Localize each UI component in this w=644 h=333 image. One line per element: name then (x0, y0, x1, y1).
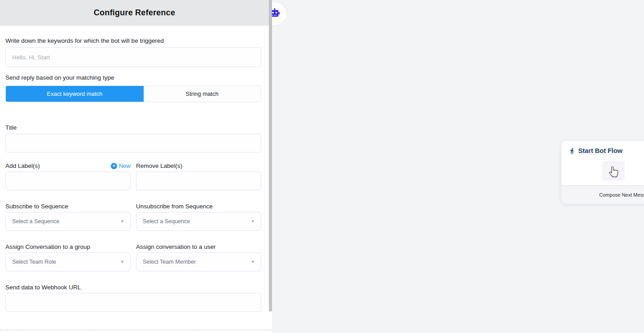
title-label: Title (5, 124, 261, 131)
unsubscribe-sequence-label: Unsubscribe from Sequence (136, 202, 261, 210)
add-labels-label: Add Label(s) (5, 162, 40, 170)
walking-person-icon (569, 148, 576, 154)
assign-user-value: Select Team Member (143, 259, 196, 265)
subscribe-sequence-select[interactable]: Select a Sequence ▼ (5, 212, 131, 231)
node-header: Start Bot Flow (562, 141, 644, 154)
remove-labels-input[interactable] (136, 171, 261, 190)
chevron-down-icon: ▼ (120, 219, 124, 224)
hand-pointer-icon (607, 163, 620, 178)
chevron-down-icon: ▼ (251, 219, 255, 224)
plus-icon: + (111, 163, 117, 169)
keywords-input[interactable] (5, 47, 261, 67)
bot-flow-builder: Start Bot Flow Compose Next Message ← (0, 0, 644, 333)
panel-header: Configure Reference (0, 0, 269, 26)
compose-next-message-label[interactable]: Compose Next Message (599, 192, 644, 198)
panel-title: Configure Reference (94, 8, 175, 18)
cursor-highlight (602, 161, 625, 180)
assign-user-select[interactable]: Select Team Member ▼ (136, 252, 261, 271)
assign-group-select[interactable]: Select Team Role ▼ (5, 252, 131, 271)
flow-canvas[interactable]: Start Bot Flow Compose Next Message ← (272, 0, 644, 333)
node-title: Start Bot Flow (578, 147, 622, 154)
title-input[interactable] (5, 134, 261, 153)
new-label-button[interactable]: + New (111, 162, 131, 169)
unsubscribe-sequence-select[interactable]: Select a Sequence ▼ (136, 212, 261, 231)
matching-type-tabs: Exact keyword match String match (5, 86, 261, 102)
assign-user-label: Assign conversation to a user (136, 243, 261, 251)
tab-string-match[interactable]: String match (144, 86, 261, 102)
panel-bottom-dashed-border (0, 330, 272, 330)
unsubscribe-sequence-value: Select a Sequence (143, 218, 190, 225)
subscribe-sequence-value: Select a Sequence (12, 218, 59, 225)
assign-group-label: Assign Conversation to a group (5, 243, 131, 251)
panel-scrollbar[interactable] (269, 0, 272, 311)
matching-type-label: Send reply based on your matching type (5, 74, 261, 81)
add-labels-input[interactable] (5, 171, 131, 190)
subscribe-sequence-label: Subscribe to Sequence (5, 202, 131, 210)
webhook-input[interactable] (5, 293, 261, 312)
configure-panel: Configure Reference Write down the keywo… (0, 0, 269, 333)
new-link-text: New (119, 162, 131, 169)
chevron-down-icon: ▼ (251, 260, 255, 264)
start-bot-flow-node[interactable]: Start Bot Flow Compose Next Message (562, 141, 644, 204)
tab-exact-keyword-match[interactable]: Exact keyword match (6, 86, 144, 102)
webhook-label: Send data to Webhook URL (5, 284, 261, 291)
assign-group-value: Select Team Role (12, 259, 56, 265)
keywords-label: Write down the keywords for which the bo… (5, 37, 261, 45)
chevron-down-icon: ▼ (120, 260, 124, 264)
remove-labels-label: Remove Label(s) (136, 162, 182, 170)
node-footer: Compose Next Message (562, 185, 644, 204)
